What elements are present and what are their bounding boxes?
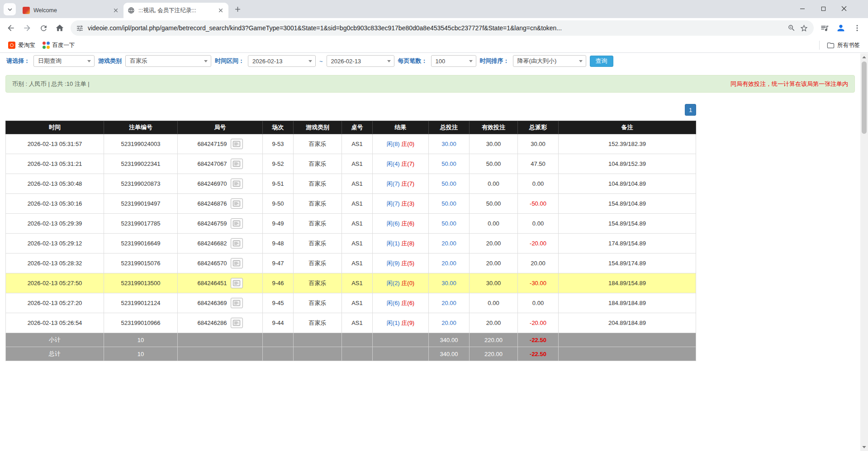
cell-valid-bet: 30.00 bbox=[470, 273, 518, 293]
round-detail-button[interactable] bbox=[231, 159, 243, 169]
cell-session: 9-48 bbox=[263, 234, 294, 254]
cell-total-bet: 50.00 bbox=[429, 214, 470, 234]
round-detail-button[interactable] bbox=[231, 298, 243, 308]
url-text: videoie.com/ipl/portal.php/game/betrecor… bbox=[88, 24, 783, 32]
zoom-icon[interactable] bbox=[787, 24, 796, 32]
cell-bet-id: 523199016649 bbox=[104, 234, 178, 254]
cell-result: 闲(9) 庄(5) bbox=[373, 254, 429, 273]
total-bet-link[interactable]: 30.00 bbox=[441, 280, 456, 287]
total-bet-link[interactable]: 50.00 bbox=[441, 160, 456, 167]
media-controls-button[interactable] bbox=[817, 20, 832, 36]
plus-icon bbox=[235, 6, 241, 12]
browser-tab-active[interactable]: :::视讯, 会员下注纪录::: bbox=[123, 3, 228, 18]
all-bookmarks-button[interactable]: 所有书签 bbox=[823, 40, 863, 51]
total-bet-link[interactable]: 50.00 bbox=[441, 200, 456, 207]
cell-payout: -50.00 bbox=[518, 194, 559, 214]
cell-valid-bet: 50.00 bbox=[470, 154, 518, 174]
minimize-button[interactable] bbox=[792, 0, 813, 17]
player-result: 闲(7) bbox=[387, 180, 400, 187]
chevron-down-icon bbox=[7, 7, 13, 12]
vertical-scrollbar[interactable] bbox=[860, 53, 868, 451]
reload-icon bbox=[39, 24, 48, 33]
tab-close-icon[interactable] bbox=[217, 7, 224, 14]
reload-button[interactable] bbox=[36, 20, 51, 36]
round-detail-button[interactable] bbox=[231, 198, 243, 209]
filter-bar: 请选择： 日期查询 游戏类别 百家乐 时间区间： 2026-02-13 ~ 20… bbox=[0, 53, 860, 67]
player-result: 闲(4) bbox=[387, 160, 400, 167]
cell-session: 9-50 bbox=[263, 194, 294, 214]
banker-result: 庄(5) bbox=[401, 260, 414, 267]
cell-result: 闲(6) 庄(6) bbox=[373, 214, 429, 234]
home-button[interactable] bbox=[52, 20, 67, 36]
round-detail-button[interactable] bbox=[231, 179, 243, 189]
browser-menu-button[interactable] bbox=[849, 20, 865, 36]
total-bet-link[interactable]: 50.00 bbox=[441, 220, 456, 227]
range-separator: ~ bbox=[319, 58, 323, 65]
total-bet-link[interactable]: 30.00 bbox=[441, 141, 456, 147]
bet-row: 2026-02-13 05:30:16523199019497684246876… bbox=[6, 194, 696, 214]
query-button[interactable]: 查询 bbox=[590, 56, 613, 67]
total-bet-link[interactable]: 20.00 bbox=[441, 319, 456, 326]
cell-round: 684246369 bbox=[178, 293, 263, 313]
total-bet-link[interactable]: 20.00 bbox=[441, 300, 456, 306]
cell-note: 104.89/152.39 bbox=[559, 154, 696, 174]
maximize-button[interactable] bbox=[813, 0, 834, 17]
tab-close-icon[interactable] bbox=[112, 7, 119, 14]
sort-select[interactable]: 降幂(由大到小) bbox=[513, 55, 586, 67]
page-number-button[interactable]: 1 bbox=[685, 104, 696, 116]
cell-payout: -20.00 bbox=[518, 234, 559, 254]
url-bar[interactable]: videoie.com/ipl/portal.php/game/betrecor… bbox=[71, 20, 814, 36]
tab-search-button[interactable] bbox=[4, 3, 16, 15]
bet-record-page: 请选择： 日期查询 游戏类别 百家乐 时间区间： 2026-02-13 ~ 20… bbox=[0, 53, 860, 451]
date-query-select[interactable]: 日期查询 bbox=[33, 55, 95, 67]
bookmark-baidu[interactable]: 百度一下 bbox=[39, 40, 79, 51]
round-detail-button[interactable] bbox=[231, 139, 243, 149]
total-bet-link[interactable]: 20.00 bbox=[441, 260, 456, 267]
cell-time: 2026-02-13 05:27:20 bbox=[6, 293, 104, 313]
summary-label: 总计 bbox=[6, 347, 104, 361]
time-to-select[interactable]: 2026-02-13 bbox=[327, 55, 394, 67]
cell-time: 2026-02-13 05:31:21 bbox=[6, 154, 104, 174]
cell-total-bet: 20.00 bbox=[429, 293, 470, 313]
cell-bet-id: 523199012124 bbox=[104, 293, 178, 313]
cell-payout: 0.00 bbox=[518, 214, 559, 234]
window-controls bbox=[792, 0, 854, 18]
browser-tab-welcome[interactable]: Welcome bbox=[19, 3, 123, 18]
round-detail-button[interactable] bbox=[231, 258, 243, 268]
total-bet-link[interactable]: 50.00 bbox=[441, 180, 456, 187]
baidu-icon bbox=[43, 42, 50, 49]
welcome-favicon bbox=[23, 7, 30, 14]
bookmarks-bar: 爱淘宝 百度一下 所有书签 bbox=[0, 38, 868, 53]
page-size-select[interactable]: 100 bbox=[431, 55, 476, 67]
total-bet-link[interactable]: 20.00 bbox=[441, 240, 456, 247]
cell-note: 154.89/154.89 bbox=[559, 214, 696, 234]
bookmark-star-icon[interactable] bbox=[800, 24, 808, 33]
all-bookmarks-label: 所有书签 bbox=[837, 42, 860, 49]
cell-result: 闲(2) 庄(0) bbox=[373, 273, 429, 293]
round-detail-button[interactable] bbox=[231, 278, 243, 288]
round-detail-button[interactable] bbox=[231, 218, 243, 229]
bookmark-taobao[interactable]: 爱淘宝 bbox=[5, 40, 39, 51]
forward-button[interactable] bbox=[19, 20, 35, 36]
scroll-up-button[interactable] bbox=[860, 53, 868, 61]
summary-count: 10 bbox=[104, 347, 178, 361]
bet-row: 2026-02-13 05:31:57523199024003684247159… bbox=[6, 134, 696, 154]
back-button[interactable] bbox=[3, 20, 19, 36]
profile-avatar[interactable] bbox=[833, 20, 849, 36]
round-detail-button[interactable] bbox=[231, 318, 243, 328]
bet-row: 2026-02-13 05:30:48523199020873684246970… bbox=[6, 174, 696, 194]
game-type-select[interactable]: 百家乐 bbox=[125, 55, 211, 67]
cell-session: 9-46 bbox=[263, 273, 294, 293]
round-detail-button[interactable] bbox=[231, 238, 243, 249]
new-tab-button[interactable] bbox=[232, 3, 244, 15]
scrollbar-thumb[interactable] bbox=[862, 61, 867, 134]
close-window-button[interactable] bbox=[834, 0, 854, 17]
column-header: 桌号 bbox=[342, 121, 373, 134]
cell-time: 2026-02-13 05:31:57 bbox=[6, 134, 104, 154]
scroll-down-button[interactable] bbox=[860, 443, 868, 451]
cell-valid-bet: 20.00 bbox=[470, 234, 518, 254]
time-from-select[interactable]: 2026-02-13 bbox=[248, 55, 316, 67]
cell-game: 百家乐 bbox=[294, 234, 342, 254]
player-result: 闲(1) bbox=[387, 319, 400, 326]
cell-valid-bet: 50.00 bbox=[470, 194, 518, 214]
